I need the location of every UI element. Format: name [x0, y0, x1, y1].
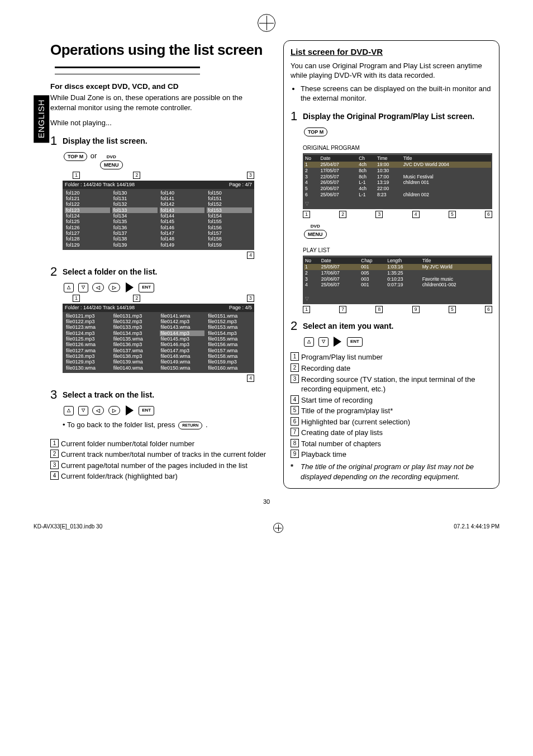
folder-cell: fol145 — [160, 219, 205, 224]
ent-button[interactable]: ENT — [139, 406, 154, 415]
step-1: 1 Display the list screen. — [50, 133, 266, 149]
track-cell: file0153.wma — [207, 324, 252, 330]
return-text-a: To go back to the folder list, press — [67, 420, 177, 429]
folder-cell: fol153 — [207, 207, 252, 213]
table-cell: 25/05/07 — [320, 264, 360, 270]
dvdvr-box: List screen for DVD-VR You can use Origi… — [283, 40, 499, 489]
track-cell: file0137.wma — [112, 348, 158, 353]
down-button[interactable]: ▽ — [78, 283, 88, 292]
folder-cell: fol124 — [65, 213, 110, 219]
folder-cell: fol125 — [65, 219, 110, 224]
ent-button[interactable]: ENT — [139, 283, 154, 292]
track-cell: file0147.mp3 — [160, 348, 205, 353]
legend-text: Current track number/total number of tra… — [61, 450, 266, 460]
track-cell: file0154.mp3 — [207, 330, 252, 336]
legend-row: 3Current page/total number of the pages … — [50, 461, 266, 471]
track-cell: file0125.mp3 — [65, 336, 110, 342]
track-cell: file0124.mp3 — [65, 330, 110, 336]
heading-rule — [55, 67, 200, 74]
folder-cell: fol127 — [65, 230, 110, 236]
callout: 4 — [247, 252, 254, 259]
track-cell: file0129.mp3 — [65, 359, 110, 365]
topm-button[interactable]: TOP M — [304, 127, 327, 136]
down-button[interactable]: ▽ — [78, 406, 88, 415]
callout: 6 — [485, 306, 492, 313]
step-3-num: 3 — [50, 386, 57, 403]
left-button[interactable]: ◁ — [92, 406, 104, 415]
down-button[interactable]: ▽ — [318, 337, 329, 347]
r-step-2: 2 Select an item you want. — [291, 318, 492, 334]
track-cell: file0128.mp3 — [65, 353, 110, 359]
legend-text: Current folder/track (highlighted bar) — [61, 471, 266, 481]
arrow-icon — [126, 282, 134, 292]
right-button[interactable]: ▷ — [108, 406, 120, 415]
track-cell: file0155.wma — [207, 336, 252, 342]
col-head: Length — [386, 257, 421, 264]
folder-cell: fol138 — [112, 236, 158, 242]
table-cell: 2 — [304, 270, 320, 276]
asterisk: * — [291, 462, 301, 481]
left-button[interactable]: ◁ — [92, 283, 104, 292]
folder-cell: fol121 — [65, 196, 110, 201]
table-cell: 10:30 — [376, 168, 402, 174]
legend-row: 5Title of the program/play list* — [291, 406, 492, 416]
up-button[interactable]: △ — [64, 406, 74, 415]
folder-header-right: Page : 4/7 — [229, 182, 252, 187]
r-step-1: 1 Display the Original Program/Play List… — [291, 108, 492, 125]
table-cell: Music Festival — [402, 174, 491, 180]
track-cell: file0133.mp3 — [112, 324, 158, 330]
folder-cell: fol147 — [160, 230, 205, 236]
table-row: 625/06/07L-18:23children 002 — [304, 192, 491, 198]
table-cell: 4ch — [358, 162, 376, 168]
r-step-2-title: Select an item you want. — [303, 322, 394, 330]
folder-cell: fol155 — [207, 219, 252, 224]
dvd-label: DVD — [311, 224, 320, 230]
track-cell: file0152.mp3 — [207, 319, 252, 324]
folder-cell: fol157 — [207, 230, 252, 236]
arrow-icon — [126, 405, 134, 415]
table-row: 320/06/070030:10:23Favorite music — [304, 276, 491, 282]
table-cell: 4ch — [358, 186, 376, 192]
col-head: No — [304, 154, 320, 162]
callout: 9 — [412, 306, 420, 313]
track-cell: file0157.wma — [207, 348, 252, 353]
table-cell: 3 — [304, 276, 320, 282]
track-cell: file0121.mp3 — [65, 313, 110, 319]
folder-cell: fol130 — [112, 190, 158, 196]
col-head: Time — [376, 154, 402, 162]
legend-row: 9Playback time — [291, 450, 492, 460]
callout: 6 — [291, 417, 299, 426]
folder-cell: fol136 — [112, 225, 158, 230]
up-button[interactable]: △ — [304, 337, 314, 347]
callout: 3 — [50, 461, 59, 469]
right-legend: 1Program/Play list number2Recording date… — [291, 352, 492, 459]
table-cell: 25/06/07 — [320, 282, 360, 288]
callout: 4 — [412, 211, 420, 218]
folder-cell: fol154 — [207, 213, 252, 219]
legend-text: Start time of recording — [301, 395, 492, 405]
table-cell: 2 — [304, 168, 320, 174]
track-cell: file0139.wma — [112, 359, 158, 365]
right-button[interactable]: ▷ — [108, 283, 120, 292]
left-legend: 1Current folder number/total folder numb… — [50, 439, 266, 481]
col-head: Date — [320, 154, 358, 162]
topm-button[interactable]: TOP M — [64, 152, 87, 161]
r-step-1-title: Display the Original Program/Play List s… — [303, 112, 474, 121]
table-cell: 4 — [304, 282, 320, 288]
ent-button[interactable]: ENT — [347, 337, 363, 347]
up-button[interactable]: △ — [64, 283, 74, 292]
folder-cell: fol143 — [160, 207, 205, 213]
footer-left: KD-AVX33[E]_0130.indb 30 — [34, 523, 102, 533]
menu-button[interactable]: MENU — [304, 230, 327, 239]
table-cell: 001 — [360, 282, 386, 288]
panel-b-title: PLAY LIST — [303, 247, 492, 254]
table-cell: 25/06/07 — [320, 192, 358, 198]
legend-text: Creating date of play lists — [301, 428, 492, 438]
legend-row: 1Program/Play list number — [291, 352, 492, 362]
col-head: Date — [320, 257, 360, 264]
menu-button[interactable]: MENU — [100, 160, 123, 169]
table-cell: 005 — [360, 270, 386, 276]
return-button[interactable]: RETURN — [178, 422, 202, 429]
folder-cell: fol142 — [160, 201, 205, 207]
col-head: Title — [402, 154, 491, 162]
